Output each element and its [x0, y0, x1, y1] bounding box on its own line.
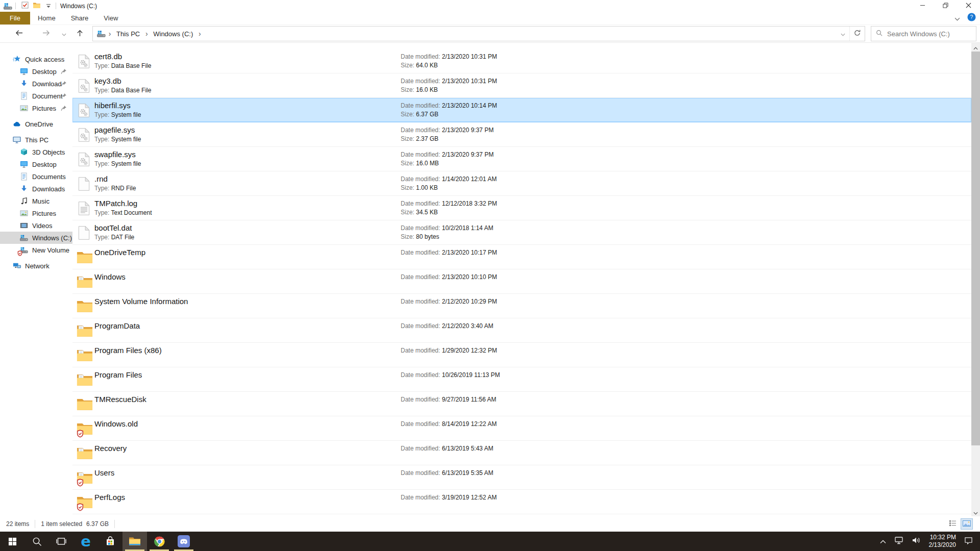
- file-date-modified: Date modified: 10/2/2018 1:14 AM: [401, 224, 493, 233]
- scrollbar-thumb[interactable]: [971, 52, 980, 445]
- file-row-tmpatch-log[interactable]: TMPatch.logType: Text DocumentDate modif…: [72, 196, 971, 220]
- file-row-programdata[interactable]: ProgramDataDate modified: 2/12/2020 3:40…: [72, 318, 971, 343]
- chrome-icon: [154, 536, 165, 547]
- file-row-swapfile-sys[interactable]: swapfile.sysType: System fileDate modifi…: [72, 147, 971, 171]
- file-date-modified: Date modified: 1/14/2020 12:01 AM: [401, 175, 497, 184]
- file-row-windows[interactable]: WindowsDate modified: 2/13/2020 10:10 PM: [72, 269, 971, 294]
- taskbar-chrome-button[interactable]: [147, 532, 172, 551]
- new-folder-button[interactable]: [33, 2, 41, 10]
- navigation-pane: Quick accessDesktopDownloadDocumentPictu…: [0, 43, 72, 516]
- sidebar-item-network[interactable]: Network: [0, 260, 72, 272]
- ribbon-tab-home[interactable]: Home: [30, 12, 63, 24]
- breadcrumb-this-pc[interactable]: This PC: [112, 27, 144, 41]
- file-row-users[interactable]: UsersDate modified: 6/13/2019 5:35 AM: [72, 465, 971, 490]
- back-button[interactable]: [11, 26, 27, 41]
- taskbar-discord-button[interactable]: [172, 532, 196, 551]
- sidebar-item-windows-c[interactable]: Windows (C:): [0, 232, 72, 244]
- address-bar[interactable]: ›This PC›Windows (C:)›: [92, 26, 865, 41]
- taskbar-edge-button[interactable]: e: [74, 532, 98, 551]
- ribbon-tabs: FileHomeShareView: [0, 12, 126, 24]
- ribbon-tab-view[interactable]: View: [96, 12, 126, 24]
- address-dropdown-button[interactable]: [836, 27, 849, 41]
- properties-button[interactable]: [21, 2, 29, 10]
- customize-quick-access-button[interactable]: [44, 2, 53, 10]
- expand-ribbon-button[interactable]: [954, 14, 960, 23]
- ribbon-tab-share[interactable]: Share: [63, 12, 96, 24]
- help-button[interactable]: ?: [967, 13, 976, 23]
- taskbar-store-button[interactable]: [98, 532, 122, 551]
- sidebar-item-quick-access[interactable]: Quick access: [0, 53, 72, 65]
- file-row-boottel-dat[interactable]: bootTel.datType: DAT FileDate modified: …: [72, 220, 971, 245]
- file-list: cert8.dbType: Data Base FileDate modifie…: [72, 49, 971, 514]
- file-row-pagefile-sys[interactable]: pagefile.sysType: System fileDate modifi…: [72, 122, 971, 147]
- restore-button[interactable]: [934, 0, 957, 12]
- action-center-button[interactable]: [960, 532, 977, 551]
- taskbar-task-view-button[interactable]: [49, 532, 74, 551]
- pin-icon: [61, 93, 67, 99]
- file-row-cert8-db[interactable]: cert8.dbType: Data Base FileDate modifie…: [72, 49, 971, 73]
- scroll-down-button[interactable]: [971, 508, 980, 516]
- ribbon-tabs-row: FileHomeShareView ?: [0, 12, 980, 24]
- breadcrumb-separator[interactable]: ›: [197, 30, 202, 38]
- scroll-up-button[interactable]: [971, 43, 980, 52]
- vertical-scrollbar[interactable]: [971, 43, 980, 516]
- breadcrumb-separator[interactable]: ›: [144, 30, 149, 38]
- file-name: System Volume Information: [94, 296, 188, 307]
- file-row-hiberfil-sys[interactable]: hiberfil.sysType: System fileDate modifi…: [72, 98, 971, 122]
- refresh-button[interactable]: [849, 27, 865, 41]
- file-row-program-files-x86[interactable]: Program Files (x86)Date modified: 1/29/2…: [72, 343, 971, 367]
- breadcrumb-windows-c[interactable]: Windows (C:): [149, 27, 197, 41]
- forward-button[interactable]: [38, 26, 54, 41]
- volume-icon: [912, 537, 921, 546]
- qat-dropdown-icon: [46, 3, 51, 10]
- sidebar-item-desktop[interactable]: Desktop: [0, 65, 72, 78]
- file-explorer-icon: [129, 536, 141, 546]
- file-row-program-files[interactable]: Program FilesDate modified: 10/26/2019 1…: [72, 367, 971, 392]
- tray-volume-button[interactable]: [908, 532, 925, 551]
- sidebar-item-pictures[interactable]: Pictures: [0, 102, 72, 114]
- sidebar-item-3d-objects[interactable]: 3D Objects: [0, 146, 72, 158]
- file-row-onedrivetemp[interactable]: OneDriveTempDate modified: 2/13/2020 10:…: [72, 245, 971, 269]
- close-button[interactable]: [957, 0, 980, 12]
- search-input[interactable]: [887, 30, 977, 38]
- sidebar-item-onedrive[interactable]: OneDrive: [0, 118, 72, 130]
- window-title: Windows (C:): [60, 3, 97, 10]
- breadcrumb-separator[interactable]: ›: [107, 30, 112, 38]
- file-row-tmrescuedisk[interactable]: TMRescueDiskDate modified: 9/27/2019 11:…: [72, 392, 971, 416]
- file-row-system-volume-information[interactable]: System Volume InformationDate modified: …: [72, 294, 971, 318]
- sidebar-item-new-volume[interactable]: New Volume: [0, 244, 72, 256]
- file-row-recovery[interactable]: RecoveryDate modified: 6/13/2019 5:43 AM: [72, 441, 971, 465]
- sidebar-item-label: Pictures: [32, 210, 56, 217]
- sidebar-item-desktop[interactable]: Desktop: [0, 158, 72, 170]
- discord-icon: [178, 535, 190, 547]
- up-button[interactable]: [72, 26, 87, 41]
- thumbnails-view-button[interactable]: [961, 518, 973, 530]
- properties-check-icon: [21, 2, 29, 10]
- tray-expand-button[interactable]: [876, 532, 890, 551]
- tray-network-button[interactable]: [890, 532, 908, 551]
- file-name: hiberfil.sys: [94, 101, 141, 111]
- file-row-windows-old[interactable]: Windows.oldDate modified: 8/14/2019 12:2…: [72, 416, 971, 441]
- sidebar-item-pictures[interactable]: Pictures: [0, 207, 72, 219]
- sidebar-item-downloads[interactable]: Downloads: [0, 183, 72, 195]
- file-row-rnd[interactable]: .rndType: RND FileDate modified: 1/14/20…: [72, 171, 971, 196]
- taskbar-file-explorer-button[interactable]: [122, 532, 147, 551]
- ribbon-tab-file[interactable]: File: [0, 12, 30, 24]
- sidebar-item-videos[interactable]: Videos: [0, 219, 72, 232]
- taskbar-search-button[interactable]: [24, 532, 49, 551]
- sidebar-item-label: This PC: [25, 136, 48, 144]
- taskbar-start-button[interactable]: [0, 532, 24, 551]
- sidebar-item-download[interactable]: Download: [0, 78, 72, 90]
- sidebar-item-this-pc[interactable]: This PC: [0, 134, 72, 146]
- sidebar-item-documents[interactable]: Documents: [0, 170, 72, 183]
- sidebar-item-music[interactable]: Music: [0, 195, 72, 207]
- minimize-button[interactable]: [911, 0, 934, 12]
- details-view-button[interactable]: [946, 518, 959, 530]
- file-row-perflogs[interactable]: PerfLogsDate modified: 3/19/2019 12:52 A…: [72, 490, 971, 514]
- taskbar-clock[interactable]: 10:32 PM 2/13/2020: [925, 534, 960, 549]
- folder-full-icon: [77, 322, 93, 339]
- sidebar-item-document[interactable]: Document: [0, 90, 72, 102]
- recent-locations-button[interactable]: [60, 26, 68, 41]
- file-row-key3-db[interactable]: key3.dbType: Data Base FileDate modified…: [72, 73, 971, 98]
- folder-full-icon: [77, 371, 93, 388]
